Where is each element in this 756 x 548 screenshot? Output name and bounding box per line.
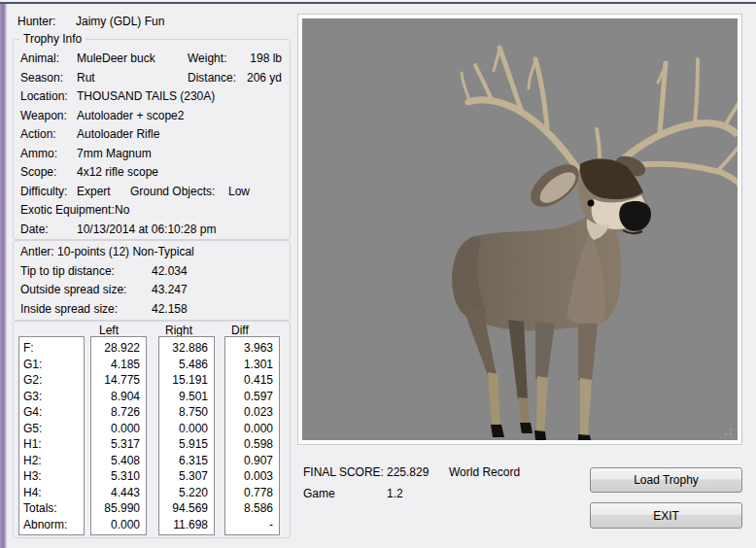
- measure-right-value: 5.220: [159, 485, 214, 501]
- trophy-viewer-canvas[interactable]: [302, 18, 738, 440]
- field-action: Action: Autoloader Rifle: [14, 127, 290, 143]
- measure-diff-value: 0.598: [225, 436, 279, 453]
- weapon-label: Weapon:: [20, 109, 67, 122]
- measure-right-value: 5.486: [159, 357, 214, 373]
- field-animal: Animal: MuleDeer buck Weight: 198 lb: [14, 51, 290, 67]
- trophy-viewer-frame: [297, 14, 742, 445]
- scope-label: Scope:: [20, 165, 56, 179]
- weight-value: 198 lb: [250, 51, 282, 65]
- measure-diff-value: 0.597: [225, 389, 279, 405]
- location-value: THOUSAND TAILS (230A): [77, 89, 215, 103]
- canvas-resize-grip: [725, 428, 732, 435]
- antler-line: Antler: 10-points (12) Non-Typical: [20, 245, 194, 258]
- field-scope: Scope: 4x12 rifle scope: [14, 165, 290, 181]
- measure-right-value: 5.307: [159, 468, 214, 485]
- field-difficulty: Difficulty: Expert Ground Objects: Low: [14, 185, 290, 200]
- measure-right-value: 15.191: [159, 372, 214, 389]
- measurements-groupbox: Left Right Diff F:G1:G2:G3:G4:G5:H1:H2:H…: [13, 321, 291, 538]
- trophy-info-window: { "hunter": { "label": "Hunter:", "value…: [0, 0, 756, 548]
- measure-diff-listbox[interactable]: 3.9631.3010.4150.5970.0230.0000.5980.907…: [224, 336, 280, 535]
- measure-right-value: 6.315: [159, 453, 214, 469]
- measure-right-value: 0.000: [159, 421, 214, 437]
- measure-row-label: H1:: [19, 436, 84, 453]
- deer-eye: [588, 200, 595, 207]
- trophy-info-groupbox: Trophy Info Animal: MuleDeer buck Weight…: [13, 39, 291, 240]
- field-inside-spread: Inside spread size: 42.158: [14, 302, 290, 318]
- measure-right-value: 5.915: [159, 436, 214, 453]
- inside-spread-label: Inside spread size:: [20, 302, 118, 316]
- final-score-value: 225.829: [387, 465, 429, 479]
- measure-left-value: 0.000: [91, 421, 146, 437]
- measure-row-label: G3:: [19, 389, 84, 405]
- antler-label: Antler:: [20, 245, 54, 258]
- measure-row-label: G5:: [19, 421, 84, 437]
- difficulty-value: Expert: [77, 185, 111, 198]
- measure-left-value: 5.317: [91, 436, 146, 453]
- field-antler: Antler: 10-points (12) Non-Typical: [14, 245, 290, 260]
- outside-spread-value: 43.247: [152, 283, 188, 296]
- distance-value: 206 yd: [247, 71, 282, 85]
- measure-right-value: 8.750: [159, 404, 214, 421]
- measure-left-value: 85.990: [91, 500, 146, 517]
- field-date: Date: 10/13/2014 at 06:10:28 pm: [14, 223, 290, 238]
- hunter-value: Jaimy (GDL) Fun: [76, 15, 164, 28]
- measure-right-value: 32.886: [159, 340, 214, 357]
- measure-left-value: 8.726: [91, 404, 146, 421]
- measure-left-value: 4.443: [91, 485, 146, 501]
- measure-left-value: 5.310: [91, 468, 146, 485]
- field-outside-spread: Outside spread size: 43.247: [14, 283, 290, 298]
- field-location: Location: THOUSAND TAILS (230A): [14, 89, 290, 105]
- date-value: 10/13/2014 at 06:10:28 pm: [77, 223, 216, 236]
- measure-diff-value: 0.023: [225, 404, 279, 421]
- measure-left-value: 8.904: [91, 389, 146, 405]
- game-version-value: 1.2: [387, 487, 403, 500]
- column-header-diff: Diff: [231, 324, 249, 337]
- date-label: Date:: [20, 223, 49, 236]
- column-header-left: Left: [99, 324, 119, 337]
- exit-button[interactable]: EXIT: [590, 502, 742, 529]
- weapon-value: Autoloader + scope2: [77, 109, 184, 122]
- measure-diff-value: -: [225, 517, 279, 533]
- field-ammo: Ammo: 7mm Magnum: [14, 147, 290, 162]
- outside-spread-label: Outside spread size:: [20, 283, 126, 296]
- field-season: Season: Rut Distance: 206 yd: [14, 71, 290, 86]
- measure-right-value: 11.698: [159, 517, 214, 533]
- measure-diff-value: 3.963: [225, 340, 279, 357]
- measure-left-value: 0.000: [91, 517, 146, 533]
- measure-right-value: 94.569: [159, 500, 214, 517]
- difficulty-label: Difficulty:: [20, 185, 67, 198]
- field-exotic-equipment: Exotic Equipment: No: [14, 203, 290, 219]
- measure-diff-value: 0.003: [225, 468, 279, 485]
- inside-spread-value: 42.158: [152, 302, 188, 316]
- weight-label: Weight:: [188, 51, 226, 65]
- world-record-badge: World Record: [449, 465, 520, 479]
- action-label: Action:: [20, 127, 56, 141]
- measure-diff-value: 0.415: [225, 372, 279, 389]
- measure-diff-value: 8.586: [225, 500, 279, 517]
- antler-info-groupbox: Antler: 10-points (12) Non-Typical Tip t…: [13, 240, 291, 321]
- measure-left-value: 4.185: [91, 357, 146, 373]
- measure-row-label: Abnorm:: [19, 517, 84, 533]
- measure-labels-listbox[interactable]: F:G1:G2:G3:G4:G5:H1:H2:H3:H4:Totals:Abno…: [18, 336, 85, 535]
- measure-row-label: G2:: [19, 372, 84, 389]
- measure-right-listbox[interactable]: 32.8865.48615.1919.5018.7500.0005.9156.3…: [158, 336, 215, 535]
- ammo-value: 7mm Magnum: [77, 147, 152, 160]
- location-label: Location:: [20, 89, 68, 103]
- trophy-info-legend: Trophy Info: [19, 32, 86, 46]
- measure-diff-value: 1.301: [225, 357, 279, 373]
- measure-left-value: 28.922: [91, 340, 146, 357]
- measure-row-label: H2:: [19, 453, 84, 469]
- measure-diff-value: 0.778: [225, 485, 279, 501]
- load-trophy-button[interactable]: Load Trophy: [590, 467, 742, 493]
- animal-label: Animal:: [20, 51, 59, 65]
- measure-left-listbox[interactable]: 28.9224.18514.7758.9048.7260.0005.3175.4…: [90, 336, 147, 535]
- measure-row-label: F:: [19, 340, 84, 357]
- window-top-border: [0, 2, 756, 4]
- action-value: Autoloader Rifle: [77, 127, 159, 141]
- distance-label: Distance:: [188, 71, 236, 85]
- measure-row-label: Totals:: [19, 500, 84, 517]
- ground-objects-label: Ground Objects:: [130, 185, 215, 198]
- measure-diff-value: 0.907: [225, 453, 279, 469]
- measure-row-label: H4:: [19, 485, 84, 501]
- scope-value: 4x12 rifle scope: [77, 165, 158, 179]
